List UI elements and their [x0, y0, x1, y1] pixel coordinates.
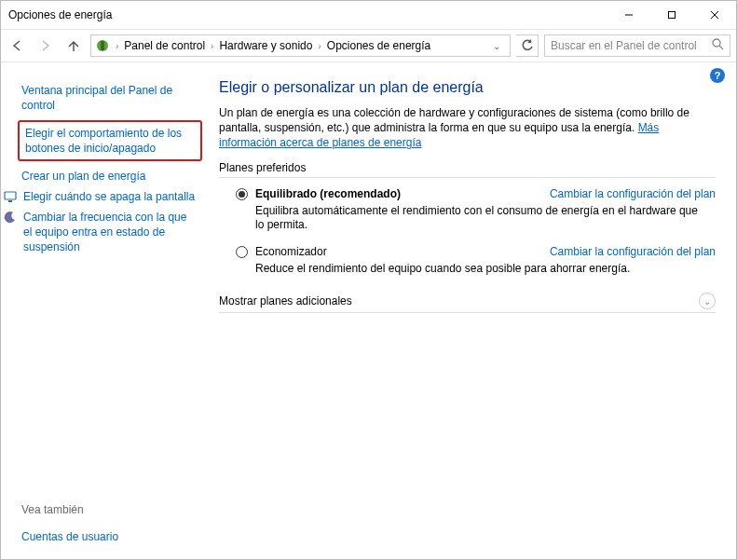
- sleep-icon: [3, 210, 18, 225]
- maximize-button[interactable]: [650, 1, 693, 29]
- chevron-right-icon: ›: [114, 41, 120, 51]
- sidebar-link-main-page[interactable]: Ventana principal del Panel de control: [21, 79, 197, 116]
- breadcrumb-item[interactable]: Panel de control: [124, 39, 205, 52]
- see-also-header: Vea también: [21, 499, 197, 526]
- sidebar-link-display-off[interactable]: Elegir cuándo se apaga la pantalla: [23, 189, 195, 208]
- page-description: Un plan de energía es una colección de h…: [219, 105, 716, 150]
- svg-line-7: [719, 46, 723, 49]
- highlighted-link-box: Elegir el comportamiento de los botones …: [18, 120, 202, 161]
- preferred-plans-header: Planes preferidos: [219, 161, 716, 178]
- display-off-icon: [3, 189, 18, 204]
- plan-name[interactable]: Equilibrado (recomendado): [255, 187, 401, 200]
- refresh-button[interactable]: [516, 34, 539, 57]
- plan-description: Equilibra automáticamente el rendimiento…: [255, 204, 703, 232]
- titlebar: Opciones de energía: [1, 1, 736, 29]
- up-button[interactable]: [62, 34, 85, 57]
- description-text: Un plan de energía es una colección de h…: [219, 106, 689, 134]
- plan-name[interactable]: Economizador: [255, 245, 327, 258]
- sidebar-link-choose-buttons[interactable]: Elegir el comportamiento de los botones …: [25, 126, 195, 156]
- radio-balanced[interactable]: [236, 188, 248, 200]
- window-title: Opciones de energía: [8, 8, 112, 21]
- svg-point-6: [713, 39, 720, 47]
- page-title: Elegir o personalizar un plan de energía: [219, 79, 716, 96]
- search-icon: [712, 38, 724, 53]
- svg-rect-5: [101, 41, 104, 50]
- radio-saver[interactable]: [236, 246, 248, 258]
- address-bar[interactable]: › Panel de control › Hardware y sonido ›…: [90, 34, 511, 57]
- power-plan-saver: Economizador Cambiar la configuración de…: [236, 245, 716, 276]
- show-more-plans-row[interactable]: Mostrar planes adicionales ⌄: [219, 293, 716, 313]
- search-input[interactable]: [551, 39, 706, 52]
- addr-dropdown-button[interactable]: ⌄: [487, 41, 506, 51]
- main-pane: ? Elegir o personalizar un plan de energ…: [208, 62, 736, 559]
- search-box[interactable]: [544, 34, 730, 57]
- sidebar: Ventana principal del Panel de control E…: [1, 62, 208, 559]
- sidebar-link-create-plan[interactable]: Crear un plan de energía: [21, 165, 197, 187]
- svg-rect-9: [8, 200, 12, 202]
- chevron-right-icon: ›: [209, 41, 215, 51]
- close-button[interactable]: [693, 1, 736, 29]
- chevron-right-icon: ›: [316, 41, 322, 51]
- change-plan-link[interactable]: Cambiar la configuración del plan: [550, 187, 716, 200]
- window-controls: [607, 1, 736, 29]
- sidebar-link-change-sleep[interactable]: Cambiar la frecuencia con la que el equi…: [23, 210, 197, 258]
- back-button[interactable]: [7, 34, 29, 57]
- navbar: › Panel de control › Hardware y sonido ›…: [1, 29, 736, 62]
- help-icon[interactable]: ?: [710, 68, 725, 83]
- control-panel-icon: [95, 38, 110, 53]
- plan-description: Reduce el rendimiento del equipo cuando …: [255, 262, 703, 276]
- see-also-section: Vea también Cuentas de usuario: [21, 499, 197, 548]
- svg-rect-8: [5, 192, 16, 199]
- show-more-label: Mostrar planes adicionales: [219, 294, 352, 307]
- forward-button[interactable]: [34, 34, 57, 57]
- svg-rect-1: [669, 12, 676, 19]
- chevron-down-icon[interactable]: ⌄: [699, 293, 716, 309]
- breadcrumb-item[interactable]: Hardware y sonido: [219, 39, 312, 52]
- minimize-button[interactable]: [607, 1, 650, 29]
- power-plan-balanced: Equilibrado (recomendado) Cambiar la con…: [236, 187, 716, 232]
- breadcrumb-item[interactable]: Opciones de energía: [327, 39, 430, 52]
- sidebar-link-user-accounts[interactable]: Cuentas de usuario: [21, 526, 197, 548]
- change-plan-link[interactable]: Cambiar la configuración del plan: [550, 245, 716, 258]
